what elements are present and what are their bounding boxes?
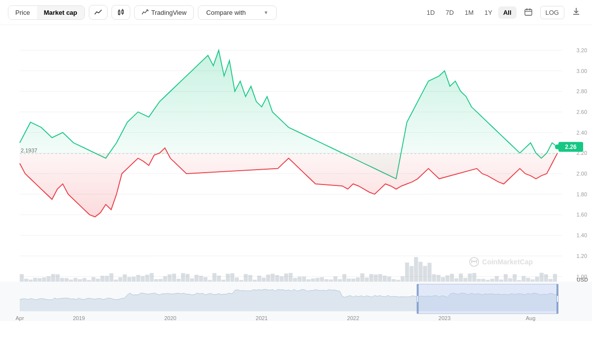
svg-rect-0 xyxy=(118,11,120,14)
time-1d[interactable]: 1D xyxy=(422,6,440,19)
compare-label: Compare with xyxy=(206,9,246,16)
tradingview-icon xyxy=(142,9,148,16)
main-chart[interactable] xyxy=(0,25,592,336)
time-1y[interactable]: 1Y xyxy=(480,6,497,19)
coinmarketcap-text: CoinMarketCap xyxy=(482,258,533,266)
tradingview-label: TradingView xyxy=(151,9,187,16)
time-1m[interactable]: 1M xyxy=(460,6,479,19)
download-button[interactable] xyxy=(568,5,584,20)
time-period-group: 1D 7D 1M 1Y All xyxy=(422,6,517,19)
chevron-down-icon: ▼ xyxy=(263,10,268,15)
toolbar: Price Market cap TradingView Compare wit… xyxy=(0,0,592,25)
calendar-button[interactable] xyxy=(520,5,536,20)
time-all[interactable]: All xyxy=(498,6,517,19)
tradingview-button[interactable]: TradingView xyxy=(134,5,194,20)
candle-chart-button[interactable] xyxy=(111,5,130,20)
svg-rect-8 xyxy=(525,9,532,15)
cmc-icon xyxy=(469,257,479,267)
svg-point-14 xyxy=(470,257,479,266)
market-cap-button[interactable]: Market cap xyxy=(37,6,84,19)
compare-button[interactable]: Compare with ▼ xyxy=(198,5,277,20)
chart-container: USD CoinMarketCap xyxy=(0,25,592,336)
calendar-icon xyxy=(524,8,532,16)
svg-rect-3 xyxy=(122,10,123,13)
log-button[interactable]: LOG xyxy=(540,6,564,19)
currency-label: USD xyxy=(577,277,588,283)
line-chart-button[interactable] xyxy=(89,5,108,20)
download-icon xyxy=(572,7,580,15)
candle-chart-icon xyxy=(117,8,125,16)
coinmarketcap-logo: CoinMarketCap xyxy=(469,257,533,267)
price-button[interactable]: Price xyxy=(8,6,37,19)
line-chart-icon xyxy=(94,8,102,16)
chart-type-group: Price Market cap xyxy=(8,5,85,20)
time-7d[interactable]: 7D xyxy=(441,6,459,19)
